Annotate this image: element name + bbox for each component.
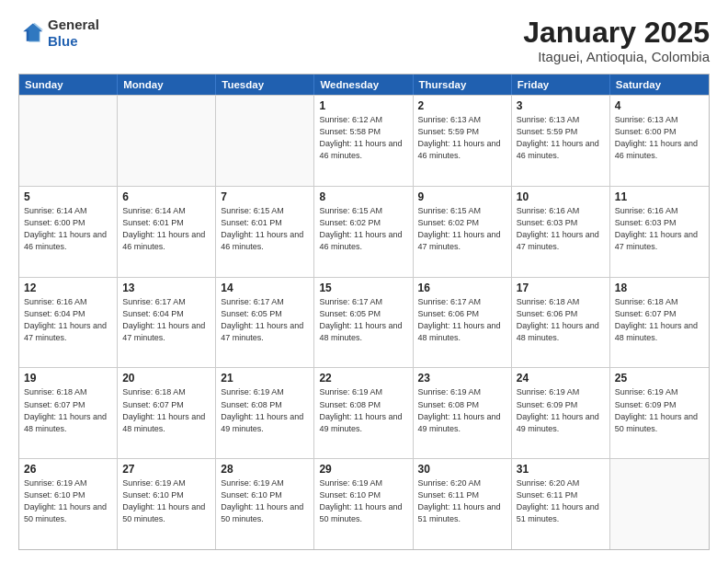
- day-info: Sunrise: 6:17 AM Sunset: 6:04 PM Dayligh…: [122, 296, 210, 344]
- day-info: Sunrise: 6:17 AM Sunset: 6:06 PM Dayligh…: [418, 296, 506, 344]
- calendar-day-27: 27Sunrise: 6:19 AM Sunset: 6:10 PM Dayli…: [118, 459, 216, 549]
- day-number: 15: [319, 282, 407, 294]
- logo-blue: Blue: [48, 33, 99, 50]
- calendar-day-19: 19Sunrise: 6:18 AM Sunset: 6:07 PM Dayli…: [19, 368, 118, 458]
- day-info: Sunrise: 6:13 AM Sunset: 5:59 PM Dayligh…: [517, 114, 605, 162]
- day-number: 7: [221, 190, 309, 203]
- day-number: 24: [517, 372, 605, 385]
- day-number: 22: [319, 372, 407, 385]
- day-info: Sunrise: 6:17 AM Sunset: 6:05 PM Dayligh…: [221, 296, 309, 344]
- day-info: Sunrise: 6:19 AM Sunset: 6:08 PM Dayligh…: [221, 386, 309, 434]
- day-info: Sunrise: 6:16 AM Sunset: 6:03 PM Dayligh…: [517, 205, 605, 253]
- calendar-header: SundayMondayTuesdayWednesdayThursdayFrid…: [19, 75, 709, 95]
- day-info: Sunrise: 6:18 AM Sunset: 6:07 PM Dayligh…: [24, 386, 112, 434]
- calendar-empty-cell: [216, 96, 314, 186]
- day-info: Sunrise: 6:19 AM Sunset: 6:09 PM Dayligh…: [517, 386, 605, 434]
- calendar-day-13: 13Sunrise: 6:17 AM Sunset: 6:04 PM Dayli…: [118, 278, 216, 368]
- day-info: Sunrise: 6:20 AM Sunset: 6:11 PM Dayligh…: [418, 477, 506, 525]
- day-info: Sunrise: 6:18 AM Sunset: 6:07 PM Dayligh…: [615, 296, 704, 344]
- day-number: 23: [418, 372, 506, 385]
- calendar-week-5: 26Sunrise: 6:19 AM Sunset: 6:10 PM Dayli…: [19, 458, 709, 549]
- day-info: Sunrise: 6:19 AM Sunset: 6:08 PM Dayligh…: [418, 386, 506, 434]
- day-number: 2: [418, 99, 506, 112]
- header-day-friday: Friday: [512, 75, 610, 95]
- day-number: 19: [24, 372, 112, 385]
- calendar-day-17: 17Sunrise: 6:18 AM Sunset: 6:06 PM Dayli…: [512, 278, 610, 368]
- calendar: SundayMondayTuesdayWednesdayThursdayFrid…: [18, 74, 710, 550]
- calendar-day-24: 24Sunrise: 6:19 AM Sunset: 6:09 PM Dayli…: [512, 368, 610, 458]
- day-number: 5: [24, 190, 112, 203]
- calendar-day-18: 18Sunrise: 6:18 AM Sunset: 6:07 PM Dayli…: [610, 278, 709, 368]
- calendar-body: 1Sunrise: 6:12 AM Sunset: 5:58 PM Daylig…: [19, 95, 709, 549]
- page: General Blue January 2025 Itaguei, Antio…: [0, 0, 728, 563]
- day-info: Sunrise: 6:12 AM Sunset: 5:58 PM Dayligh…: [319, 114, 407, 162]
- calendar-day-26: 26Sunrise: 6:19 AM Sunset: 6:10 PM Dayli…: [19, 459, 118, 549]
- calendar-day-25: 25Sunrise: 6:19 AM Sunset: 6:09 PM Dayli…: [610, 368, 709, 458]
- day-number: 8: [319, 190, 407, 203]
- calendar-day-20: 20Sunrise: 6:18 AM Sunset: 6:07 PM Dayli…: [118, 368, 216, 458]
- calendar-day-10: 10Sunrise: 6:16 AM Sunset: 6:03 PM Dayli…: [512, 187, 610, 277]
- day-number: 10: [517, 190, 605, 203]
- day-number: 25: [615, 372, 704, 385]
- logo: General Blue: [18, 17, 99, 50]
- day-number: 11: [615, 190, 704, 203]
- calendar-day-23: 23Sunrise: 6:19 AM Sunset: 6:08 PM Dayli…: [414, 368, 512, 458]
- calendar-day-16: 16Sunrise: 6:17 AM Sunset: 6:06 PM Dayli…: [414, 278, 512, 368]
- day-number: 30: [418, 463, 506, 476]
- day-info: Sunrise: 6:19 AM Sunset: 6:10 PM Dayligh…: [221, 477, 309, 525]
- calendar-day-28: 28Sunrise: 6:19 AM Sunset: 6:10 PM Dayli…: [216, 459, 314, 549]
- calendar-day-9: 9Sunrise: 6:15 AM Sunset: 6:02 PM Daylig…: [414, 187, 512, 277]
- day-number: 28: [221, 463, 309, 476]
- day-info: Sunrise: 6:18 AM Sunset: 6:07 PM Dayligh…: [122, 386, 210, 434]
- day-number: 3: [517, 99, 605, 112]
- logo-general: General: [48, 17, 99, 33]
- day-info: Sunrise: 6:17 AM Sunset: 6:05 PM Dayligh…: [319, 296, 407, 344]
- day-number: 16: [418, 282, 506, 294]
- calendar-day-4: 4Sunrise: 6:13 AM Sunset: 6:00 PM Daylig…: [610, 96, 709, 186]
- day-number: 26: [24, 463, 112, 476]
- header-day-saturday: Saturday: [610, 75, 709, 95]
- header-day-wednesday: Wednesday: [314, 75, 413, 95]
- day-number: 21: [221, 372, 309, 385]
- header: General Blue January 2025 Itaguei, Antio…: [18, 17, 710, 64]
- calendar-week-1: 1Sunrise: 6:12 AM Sunset: 5:58 PM Daylig…: [19, 95, 709, 186]
- calendar-day-12: 12Sunrise: 6:16 AM Sunset: 6:04 PM Dayli…: [19, 278, 118, 368]
- day-number: 1: [319, 99, 407, 112]
- calendar-day-30: 30Sunrise: 6:20 AM Sunset: 6:11 PM Dayli…: [414, 459, 512, 549]
- calendar-day-2: 2Sunrise: 6:13 AM Sunset: 5:59 PM Daylig…: [414, 96, 512, 186]
- day-info: Sunrise: 6:16 AM Sunset: 6:03 PM Dayligh…: [615, 205, 704, 253]
- day-number: 18: [615, 282, 704, 294]
- day-info: Sunrise: 6:19 AM Sunset: 6:10 PM Dayligh…: [122, 477, 210, 525]
- header-day-thursday: Thursday: [414, 75, 512, 95]
- header-day-tuesday: Tuesday: [216, 75, 314, 95]
- header-day-monday: Monday: [118, 75, 216, 95]
- day-number: 6: [122, 190, 210, 203]
- day-number: 17: [517, 282, 605, 294]
- logo-icon: [18, 20, 44, 46]
- calendar-day-11: 11Sunrise: 6:16 AM Sunset: 6:03 PM Dayli…: [610, 187, 709, 277]
- day-info: Sunrise: 6:13 AM Sunset: 5:59 PM Dayligh…: [418, 114, 506, 162]
- day-info: Sunrise: 6:19 AM Sunset: 6:09 PM Dayligh…: [615, 386, 704, 434]
- day-info: Sunrise: 6:19 AM Sunset: 6:08 PM Dayligh…: [319, 386, 407, 434]
- day-number: 4: [615, 99, 704, 112]
- calendar-empty-cell: [118, 96, 216, 186]
- calendar-day-6: 6Sunrise: 6:14 AM Sunset: 6:01 PM Daylig…: [118, 187, 216, 277]
- day-number: 31: [517, 463, 605, 476]
- day-number: 20: [122, 372, 210, 385]
- calendar-day-14: 14Sunrise: 6:17 AM Sunset: 6:05 PM Dayli…: [216, 278, 314, 368]
- calendar-day-22: 22Sunrise: 6:19 AM Sunset: 6:08 PM Dayli…: [314, 368, 413, 458]
- calendar-empty-cell: [19, 96, 118, 186]
- title-block: January 2025 Itaguei, Antioquia, Colombi…: [523, 17, 710, 64]
- calendar-day-15: 15Sunrise: 6:17 AM Sunset: 6:05 PM Dayli…: [314, 278, 413, 368]
- day-number: 27: [122, 463, 210, 476]
- day-info: Sunrise: 6:20 AM Sunset: 6:11 PM Dayligh…: [517, 477, 605, 525]
- day-info: Sunrise: 6:16 AM Sunset: 6:04 PM Dayligh…: [24, 296, 112, 344]
- day-info: Sunrise: 6:15 AM Sunset: 6:02 PM Dayligh…: [418, 205, 506, 253]
- calendar-day-31: 31Sunrise: 6:20 AM Sunset: 6:11 PM Dayli…: [512, 459, 610, 549]
- day-number: 12: [24, 282, 112, 294]
- day-number: 13: [122, 282, 210, 294]
- day-number: 14: [221, 282, 309, 294]
- logo-text: General Blue: [48, 17, 99, 50]
- day-number: 9: [418, 190, 506, 203]
- day-info: Sunrise: 6:18 AM Sunset: 6:06 PM Dayligh…: [517, 296, 605, 344]
